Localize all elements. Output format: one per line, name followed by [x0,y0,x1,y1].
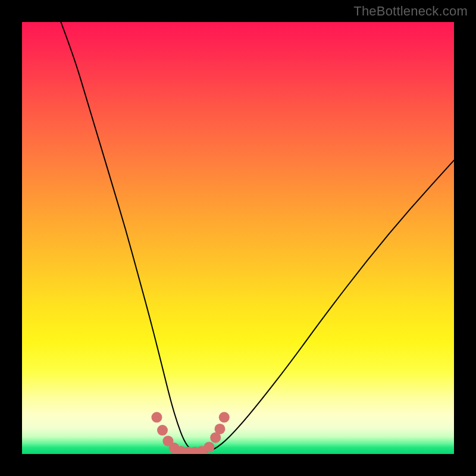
valley-marker-dot [203,441,214,452]
watermark-text: TheBottleneck.com [353,4,468,19]
valley-markers [152,412,230,454]
valley-marker-dot [152,412,162,422]
valley-marker-dot [157,425,168,436]
main-curve [61,22,454,452]
curve-layer [22,22,454,454]
plot-area [22,22,454,454]
valley-marker-dot [219,412,230,422]
valley-marker-dot [215,424,226,434]
chart-stage: TheBottleneck.com [0,0,476,476]
